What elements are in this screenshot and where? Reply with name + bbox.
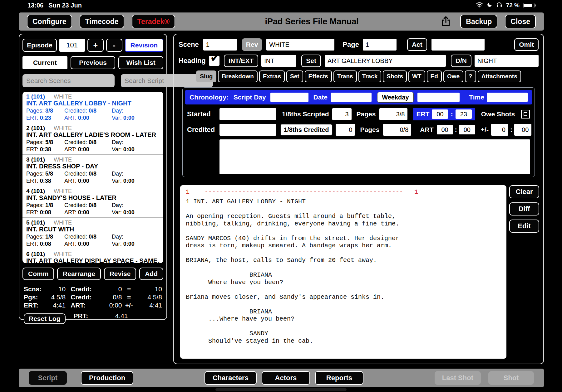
add-button[interactable]: Add xyxy=(139,268,163,280)
actors-button[interactable]: Actors xyxy=(262,371,310,385)
scene-slug: INT. RCUT WITH xyxy=(26,226,160,233)
scene-card-4[interactable]: 4 (101)WHITE INT. SANDY'S HOUSE - LATER … xyxy=(22,186,163,218)
edit-button[interactable]: Edit xyxy=(509,220,539,233)
scene-number: 1 (101) xyxy=(26,93,54,100)
eighths-scripted-input[interactable]: 3 xyxy=(332,108,352,120)
episode-minus-button[interactable]: - xyxy=(106,39,122,52)
weekday-input[interactable] xyxy=(417,93,460,102)
episode-number-input[interactable]: 101 xyxy=(59,39,85,52)
int-ext-button[interactable]: INT/EXT xyxy=(224,55,259,67)
tab-current[interactable]: Current xyxy=(22,56,67,69)
ert-value: 0:38 xyxy=(40,178,51,184)
share-button[interactable] xyxy=(441,16,451,28)
ert-label: ERT: xyxy=(26,115,38,121)
revise-button[interactable]: Revise xyxy=(104,268,136,280)
int-ext-input[interactable]: INT xyxy=(261,55,296,67)
weekday-button[interactable]: Weekday xyxy=(377,92,413,103)
slug-textarea[interactable] xyxy=(219,139,530,174)
page-number-input[interactable]: 1 xyxy=(363,39,397,51)
tab-extras[interactable]: Extras xyxy=(259,70,285,82)
var-value: 0:00 xyxy=(123,115,135,121)
shot-button[interactable]: Shot xyxy=(488,371,534,385)
script-page[interactable]: 1 --------------------------------------… xyxy=(180,185,506,359)
pages-credited-input[interactable]: 0/8 xyxy=(383,124,411,136)
ert-minutes-input[interactable]: 00 xyxy=(432,109,448,119)
variance-minutes-input[interactable]: 0 xyxy=(491,124,508,136)
eighths-credited-input[interactable]: 0 xyxy=(336,124,355,136)
episode-button[interactable]: Episode xyxy=(22,39,57,52)
search-scenes-input[interactable] xyxy=(22,74,115,87)
scene-card-3[interactable]: 3 (101)WHITE INT. DRESS SHOP - DAY Pages… xyxy=(22,155,163,186)
owe-shots-checkbox[interactable] xyxy=(521,110,530,119)
ipad-screen: 13:06 Sun 23 Jun 72 % Configure Timecode… xyxy=(0,0,562,392)
pages-label: Pages: xyxy=(26,108,44,114)
home-indicator[interactable] xyxy=(215,388,347,391)
date-input[interactable] xyxy=(331,93,372,102)
reports-button[interactable]: Reports xyxy=(315,371,363,385)
tab-attachments[interactable]: Attachments xyxy=(478,70,521,82)
reset-log-button[interactable]: Reset Log xyxy=(24,313,66,324)
tab-track[interactable]: Track xyxy=(358,70,382,82)
close-button[interactable]: Close xyxy=(505,15,536,28)
set-button[interactable]: Set xyxy=(301,55,321,67)
diff-button[interactable]: Diff xyxy=(509,202,539,215)
tab-help[interactable]: ? xyxy=(465,70,476,82)
episode-plus-button[interactable]: + xyxy=(87,39,104,52)
ert-label: ERT: xyxy=(26,241,38,247)
tab-wish-list[interactable]: Wish List xyxy=(118,56,163,69)
last-shot-button[interactable]: Last Shot xyxy=(435,371,481,385)
credited-row: Credited 1/8ths Credited 0 Pages 0/8 ART… xyxy=(185,124,532,136)
scene-number-input[interactable]: 1 xyxy=(203,39,237,51)
tab-previous[interactable]: Previous xyxy=(71,56,116,69)
share-icon xyxy=(441,16,451,28)
revision-color-input[interactable]: WHITE xyxy=(266,39,334,51)
variance-seconds-input[interactable]: 00 xyxy=(514,124,531,136)
teradek-button[interactable]: Teradek® xyxy=(132,15,175,28)
script-button[interactable]: Script xyxy=(29,371,67,385)
day-label: Day: xyxy=(112,108,123,114)
scene-list: 1 (101)WHITE INT. ART GALLERY LOBBY - NI… xyxy=(22,92,163,263)
ert-seconds-input[interactable]: 23 xyxy=(456,109,472,119)
scene-card-2[interactable]: 2 (101)WHITE INT. ART GALLERY LADIE'S RO… xyxy=(22,123,163,155)
scene-card-5[interactable]: 5 (101)WHITE INT. RCUT WITH Pages:1/8 Cr… xyxy=(22,218,163,249)
rearrange-button[interactable]: Rearrange xyxy=(57,268,101,280)
set-input[interactable]: ART GALLERY LOBBY xyxy=(325,55,446,67)
comm-button[interactable]: Comm xyxy=(22,268,54,280)
clear-button[interactable]: Clear xyxy=(509,185,539,198)
configure-button[interactable]: Configure xyxy=(27,15,72,28)
characters-button[interactable]: Characters xyxy=(205,371,257,385)
act-button[interactable]: Act xyxy=(407,38,427,51)
act-input[interactable] xyxy=(431,39,485,51)
started-input[interactable] xyxy=(219,108,276,120)
script-day-input[interactable] xyxy=(270,93,308,102)
art-minutes-input[interactable]: 00 xyxy=(437,125,453,134)
pages-scripted-input[interactable]: 3/8 xyxy=(379,108,407,120)
scene-card-6[interactable]: 6 (101)WHITE INT. ART GALLERY DISPLAY SP… xyxy=(22,249,163,263)
revision-button[interactable]: Revision xyxy=(125,39,163,52)
tab-ed[interactable]: Ed xyxy=(427,70,442,82)
credited-input[interactable] xyxy=(219,124,276,136)
day-night-input[interactable]: NIGHT xyxy=(475,55,539,67)
eighths-credited-button[interactable]: 1/8ths Credited xyxy=(280,124,333,136)
omit-button[interactable]: Omit xyxy=(514,38,539,51)
tab-owe[interactable]: Owe xyxy=(443,70,463,82)
tab-effects[interactable]: Effects xyxy=(305,70,332,82)
production-button[interactable]: Production xyxy=(81,371,133,385)
time-input[interactable] xyxy=(487,93,528,102)
scns-label: Scns: xyxy=(24,285,42,293)
tab-shots[interactable]: Shots xyxy=(383,70,407,82)
timecode-button[interactable]: Timecode xyxy=(80,15,124,28)
tab-wt[interactable]: WT xyxy=(408,70,425,82)
tab-trans[interactable]: Trans xyxy=(333,70,357,82)
tab-slug[interactable]: Slug xyxy=(196,70,216,82)
art-seconds-input[interactable]: 00 xyxy=(459,125,475,134)
tab-set[interactable]: Set xyxy=(286,70,303,82)
bottom-center-group: Characters Actors Reports xyxy=(205,371,363,385)
scene-card-1[interactable]: 1 (101)WHITE INT. ART GALLERY LOBBY - NI… xyxy=(22,92,163,123)
rev-button[interactable]: Rev xyxy=(242,38,262,51)
headphones-icon xyxy=(496,2,502,9)
day-night-button[interactable]: D/N xyxy=(451,55,471,67)
tab-breakdown[interactable]: Breakdown xyxy=(218,70,257,82)
backup-button[interactable]: Backup xyxy=(460,15,497,28)
heading-checkbox[interactable]: ✔ xyxy=(209,56,219,66)
